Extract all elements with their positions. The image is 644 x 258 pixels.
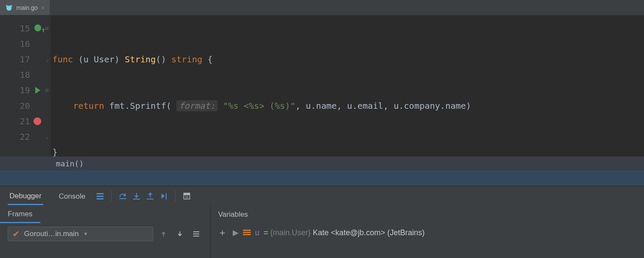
code-area[interactable]: func (u User) String() string { return f… [51, 15, 644, 157]
svg-rect-21 [193, 233, 199, 234]
frames-panel: Frames ✔ Gorouti…in.main ▼ [0, 206, 210, 258]
debug-panel: Debugger Console Frames ✔ Gorouti…in.mai… [0, 186, 644, 258]
svg-rect-22 [193, 236, 199, 236]
frames-list-icon[interactable] [190, 228, 202, 240]
fold-toggle-icon[interactable]: ⊟ [43, 83, 51, 98]
add-watch-icon[interactable]: ＋ [216, 227, 228, 239]
svg-rect-15 [166, 193, 167, 200]
prev-frame-icon[interactable] [158, 228, 170, 240]
struct-icon [243, 230, 251, 236]
svg-point-5 [8, 7, 8, 8]
goroutine-label: Gorouti…in.main [24, 230, 79, 238]
goroutine-selector[interactable]: ✔ Gorouti…in.main ▼ [8, 227, 153, 241]
svg-rect-10 [97, 196, 103, 197]
evaluate-expression-icon[interactable] [181, 190, 193, 202]
line-number: 20 [0, 98, 43, 114]
go-file-icon [5, 4, 13, 12]
code-line: func (u User) String() string { [51, 52, 644, 67]
code-line: } [51, 144, 644, 157]
line-number: 16 [0, 36, 43, 52]
variable-name: u [255, 228, 259, 237]
file-tab-main-go[interactable]: main.go × [0, 0, 50, 15]
code-editor[interactable]: 15 16 17 18 19 20 21 22 ⊟ ⌟ ⊟ ⌟ func (u … [0, 15, 644, 157]
close-tab-icon[interactable]: × [41, 4, 45, 11]
line-number: 15 [0, 21, 43, 36]
dropdown-icon: ▼ [83, 231, 88, 237]
debug-toolbar: Debugger Console [0, 186, 644, 206]
line-number: 22 [0, 129, 43, 144]
svg-rect-11 [97, 198, 103, 200]
variable-value: Kate <kate@jb.com> (JetBrains) [311, 228, 425, 237]
step-over-icon[interactable] [117, 190, 129, 202]
threads-icon[interactable] [94, 190, 106, 202]
expand-icon[interactable]: ▶ [233, 228, 239, 237]
svg-rect-14 [147, 199, 154, 200]
svg-rect-17 [184, 193, 190, 195]
svg-rect-20 [193, 231, 199, 232]
next-frame-icon[interactable] [174, 228, 186, 240]
line-number: 17 [0, 52, 43, 67]
breakpoint-marker[interactable]: 21 [0, 114, 43, 129]
line-number: 18 [0, 67, 43, 83]
file-tab-label: main.go [16, 4, 38, 11]
tab-debugger[interactable]: Debugger [8, 187, 43, 205]
svg-point-6 [10, 7, 10, 8]
code-line: return fmt.Sprintf( format: "%s <%s> (%s… [51, 98, 644, 114]
svg-rect-12 [119, 198, 126, 199]
tab-console[interactable]: Console [54, 188, 87, 204]
fold-end-icon: ⌟ [43, 129, 51, 144]
line-number[interactable]: 19 [0, 83, 43, 98]
variables-row[interactable]: ＋ ▶ u = {main.User} Kate <kate@jb.com> (… [210, 223, 644, 242]
variable-type: {main.User} [270, 228, 311, 237]
variables-panel: Variables ＋ ▶ u = {main.User} Kate <kate… [210, 206, 644, 258]
variables-header[interactable]: Variables [210, 206, 644, 223]
line-gutter: 15 16 17 18 19 20 21 22 [0, 15, 43, 157]
check-icon: ✔ [12, 229, 20, 239]
editor-tabbar: main.go × [0, 0, 644, 15]
svg-rect-9 [97, 193, 103, 194]
param-hint: format: [176, 100, 218, 111]
svg-point-1 [6, 5, 8, 6]
run-to-cursor-icon[interactable] [158, 190, 170, 202]
fold-end-icon: ⌟ [43, 52, 51, 67]
svg-rect-13 [133, 199, 140, 200]
step-out-icon[interactable] [144, 190, 156, 202]
frames-header[interactable]: Frames [0, 206, 40, 223]
step-into-icon[interactable] [131, 190, 143, 202]
breadcrumb-context[interactable]: main() [0, 157, 644, 170]
svg-point-2 [10, 5, 12, 6]
editor-spacer [0, 170, 644, 186]
